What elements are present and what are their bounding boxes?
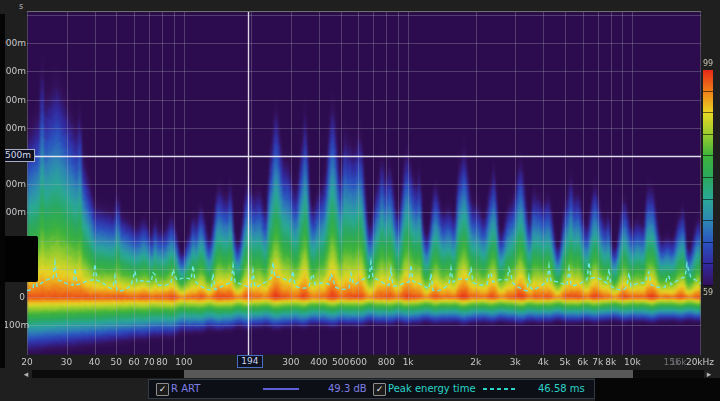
scrollbar-left-arrow-icon[interactable]: ◂ — [22, 369, 30, 379]
scrollbar-thumb[interactable] — [184, 370, 633, 378]
scrollbar-track[interactable] — [32, 370, 704, 378]
spectrogram-canvas[interactable] — [27, 12, 701, 355]
measurement-label: R ART — [171, 383, 200, 394]
bottom-right-panel — [595, 378, 720, 401]
x-tick-label: 20 — [5, 357, 49, 367]
peak-energy-label: Peak energy time — [388, 383, 476, 394]
legend-bar: ✓ R ART 49.3 dB ✓ Peak energy time 46.58… — [148, 379, 595, 399]
peak-energy-checkbox[interactable]: ✓ — [373, 383, 386, 396]
x-tick-label: 20kHz — [678, 357, 720, 367]
x-tick-label: 100 — [162, 357, 206, 367]
plot-top-border — [27, 11, 701, 12]
x-tick-label: 1k — [386, 357, 430, 367]
black-overlay-box — [0, 236, 38, 282]
cursor-time-readout: 500m — [1, 149, 35, 162]
colorbar-min-label: 59 — [699, 288, 717, 297]
x-tick-label: 2k — [454, 357, 498, 367]
measurement-level-value: 49.3 dB — [328, 383, 367, 394]
colorbar-max-label: 99 — [699, 59, 717, 68]
cursor-frequency-readout: 194 — [237, 355, 262, 368]
y-axis-unit-label: s — [19, 2, 23, 11]
colorbar-segments — [703, 70, 713, 286]
peak-energy-value: 46.58 ms — [538, 383, 585, 394]
measurement-line-sample — [263, 388, 299, 390]
x-tick-label: 10k — [610, 357, 654, 367]
colorbar — [703, 70, 713, 286]
spectrogram-window: s 900m800m700m600m400m300m0-100m 2030405… — [0, 0, 720, 401]
peak-energy-line-sample — [483, 388, 515, 390]
left-edge-strip — [0, 14, 5, 368]
measurement-checkbox[interactable]: ✓ — [156, 383, 169, 396]
